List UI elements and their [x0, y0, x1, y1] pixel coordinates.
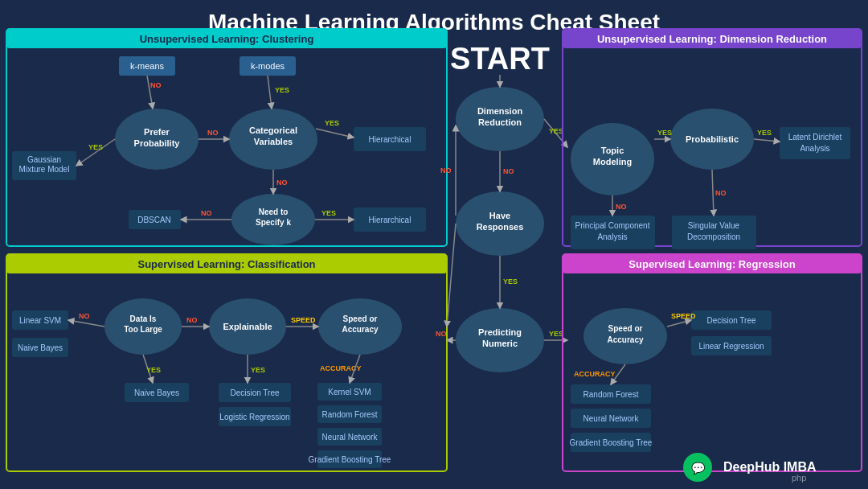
cls-speed-accuracy-label1: Speed or	[343, 314, 378, 323]
dbscan-label: DBSCAN	[137, 216, 171, 224]
reg-decision-tree-label: Decision Tree	[706, 316, 756, 325]
yes-needk: YES	[321, 209, 336, 217]
arr-prob-svd	[712, 170, 714, 216]
cls-neural-net-label: Neural Network	[322, 433, 379, 442]
no-prefprob: NO	[207, 129, 219, 137]
yes-cat: YES	[325, 119, 339, 127]
reg-grad-boost-label: Gradient Boosting Tree	[570, 438, 653, 447]
svg-text:Variables: Variables	[254, 137, 293, 146]
kmodes-label: k-modes	[251, 61, 285, 71]
data-too-large-label2: Too Large	[124, 325, 162, 334]
no-topicmod: NO	[616, 203, 627, 211]
probabilistic-label: Probabilistic	[686, 134, 739, 144]
dim-reduction-header-text: Unsupervised Learning: Dimension Reducti…	[597, 33, 827, 45]
yes-explainable: YES	[251, 366, 265, 374]
latent-dirichlet-label1: Latent Dirichlet	[788, 133, 842, 142]
svd-label2: Decomposition	[687, 232, 740, 241]
reg-neural-net-label: Neural Network	[583, 414, 640, 423]
have-responses-label2: Responses	[477, 222, 524, 232]
reg-random-forest-label: Random Forest	[583, 390, 639, 399]
yes-datatoolarge: YES	[146, 366, 161, 374]
gaussian-label2: Mixture Model	[19, 165, 70, 174]
speed-explainable: SPEED	[291, 316, 316, 324]
linear-svm-label: Linear SVM	[19, 316, 61, 325]
cls-random-forest-label: Random Forest	[322, 410, 378, 419]
prefer-prob-label: Prefer	[144, 127, 170, 137]
no-datatoolarge: NO	[79, 312, 90, 320]
yes-kmodes: YES	[275, 86, 289, 94]
have-responses-label1: Have	[489, 211, 510, 220]
topic-modeling-label2: Modeling	[593, 157, 632, 166]
no-datatoolarge2: NO	[186, 316, 198, 324]
naive-bayes2-label: Naive Bayes	[134, 388, 179, 397]
linear-reg-label: Linear Regression	[698, 342, 764, 351]
naive-bayes1-label: Naive Bayes	[18, 343, 63, 352]
reg-speed-accuracy-label2: Accuracy	[607, 335, 643, 344]
arr-reg-speed	[667, 320, 691, 327]
kernel-svm-label: Kernel SVM	[328, 388, 371, 397]
hierarchical1-label: Hierarchical	[369, 135, 411, 144]
start-text: START	[450, 42, 550, 76]
cls-grad-boost-label: Gradient Boosting Tree	[309, 455, 391, 464]
classification-header-text: Supervised Learning: Classification	[137, 258, 315, 270]
predicting-numeric-label2: Numeric	[482, 339, 518, 348]
pca-label2: Analysis	[597, 232, 627, 241]
latent-dirichlet-node	[780, 127, 850, 159]
hierarchical2-label: Hierarchical	[369, 216, 411, 224]
no-prob: NO	[715, 189, 727, 197]
no-needk: NO	[201, 209, 212, 217]
wechat-symbol: 💬	[691, 462, 706, 475]
yes-topicmod: YES	[657, 129, 672, 137]
no-cat: NO	[276, 179, 288, 187]
explainable-label: Explainable	[223, 322, 272, 331]
categorical-label: Categorical	[249, 125, 297, 135]
yes-predictnumeric: YES	[549, 330, 563, 338]
pca-label1: Principal Component	[575, 221, 650, 230]
cls-decision-tree-label: Decision Tree	[230, 388, 280, 397]
cls-speed-accuracy-label2: Accuracy	[342, 325, 378, 334]
watermark-text: DeepHub IMBA	[723, 460, 817, 474]
dim-reduction-center-label2: Reduction	[478, 117, 522, 127]
need-specify-k-label: Need to	[259, 208, 289, 216]
reg-speed-accuracy-label1: Speed or	[608, 324, 643, 333]
latent-dirichlet-label2: Analysis	[800, 144, 829, 153]
clustering-header-text: Unsupervised Learning: Clustering	[140, 33, 314, 45]
no-dimred: NO	[503, 167, 514, 175]
arr-kmodes-cat	[268, 76, 272, 109]
yes-dimred: YES	[549, 127, 563, 135]
no-haveresponses: NO	[440, 166, 452, 175]
arr-prob-latent	[754, 139, 780, 142]
accuracy-reg: ACCURACY	[574, 370, 616, 378]
arr-datatoolarge-linearsvm	[68, 320, 104, 327]
yes-haveresponses2: YES	[503, 277, 518, 286]
svd-label1: Singular Value	[688, 221, 740, 230]
yes-prob: YES	[757, 129, 772, 137]
logistic-reg-label: Logistic Regression	[219, 413, 289, 421]
main-diagram: Unsupervised Learning: Clustering k-mean…	[0, 23, 868, 489]
watermark-sub: php	[792, 473, 806, 483]
page: Machine Learning Algorithms Cheat Sheet …	[0, 0, 868, 489]
topic-modeling-label1: Topic	[601, 146, 624, 155]
regression-header-text: Supervised Learning: Regression	[628, 258, 795, 270]
speed-reg: SPEED	[671, 312, 696, 320]
arr-cat-hier1	[316, 129, 354, 138]
kmeans-label: k-means	[130, 61, 165, 71]
no-kmeans: NO	[150, 81, 162, 89]
gaussian-label1: Gaussian	[27, 155, 61, 164]
svg-text:Specify k: Specify k	[256, 218, 291, 227]
predicting-numeric-label1: Predicting	[478, 327, 522, 337]
no-predictnumeric: NO	[436, 330, 447, 338]
arr-haveresponses-cls	[447, 224, 456, 327]
svg-text:Probability: Probability	[134, 138, 181, 148]
data-too-large-label1: Data Is	[130, 314, 157, 323]
dim-reduction-center-label1: Dimension	[477, 106, 523, 116]
yes-prefprob: YES	[88, 143, 103, 151]
